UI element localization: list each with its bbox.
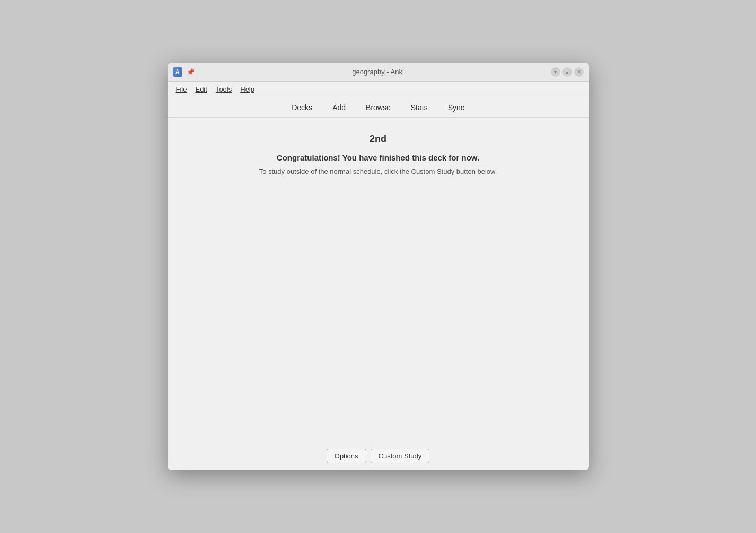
options-button[interactable]: Options: [327, 449, 366, 463]
nav-sync[interactable]: Sync: [446, 100, 467, 115]
menu-tools[interactable]: Tools: [212, 84, 236, 94]
menu-help-underline: H: [240, 85, 245, 93]
title-bar-left: A 📌: [173, 67, 195, 77]
title-bar-controls: ▾ ▴ ✕: [551, 67, 584, 77]
pin-icon: 📌: [187, 68, 195, 76]
title-bar: A 📌 geography - Anki ▾ ▴ ✕: [168, 63, 589, 82]
window-title: geography - Anki: [352, 68, 404, 76]
nav-stats[interactable]: Stats: [409, 100, 430, 115]
menubar: File Edit Tools Help: [168, 82, 589, 97]
maximize-icon: ▴: [566, 69, 568, 75]
custom-study-button[interactable]: Custom Study: [371, 449, 430, 463]
footer: Options Custom Study: [168, 441, 589, 470]
menu-edit[interactable]: Edit: [191, 84, 211, 94]
app-icon: A: [173, 67, 182, 77]
close-icon: ✕: [577, 69, 581, 75]
nav-browse[interactable]: Browse: [364, 100, 393, 115]
minimize-button[interactable]: ▾: [551, 67, 560, 77]
menu-help[interactable]: Help: [236, 84, 259, 94]
deck-title: 2nd: [370, 134, 386, 145]
nav-decks[interactable]: Decks: [289, 100, 314, 115]
minimize-icon: ▾: [554, 69, 557, 75]
nav-add[interactable]: Add: [330, 100, 348, 115]
menu-file[interactable]: File: [172, 84, 191, 94]
menu-edit-underline: E: [195, 85, 200, 93]
navbar: Decks Add Browse Stats Sync: [168, 97, 589, 118]
instruction-text: To study outside of the normal schedule,…: [259, 167, 497, 175]
main-window: A 📌 geography - Anki ▾ ▴ ✕ File Edit Too…: [168, 63, 589, 470]
menu-help-rest: elp: [245, 85, 254, 93]
menu-file-rest: ile: [180, 85, 187, 93]
maximize-button[interactable]: ▴: [562, 67, 572, 77]
content-area: 2nd Congratulations! You have finished t…: [168, 118, 589, 441]
menu-edit-rest: dit: [200, 85, 207, 93]
menu-tools-rest: ools: [219, 85, 232, 93]
close-button[interactable]: ✕: [574, 67, 584, 77]
congratulations-text: Congratulations! You have finished this …: [277, 153, 479, 162]
